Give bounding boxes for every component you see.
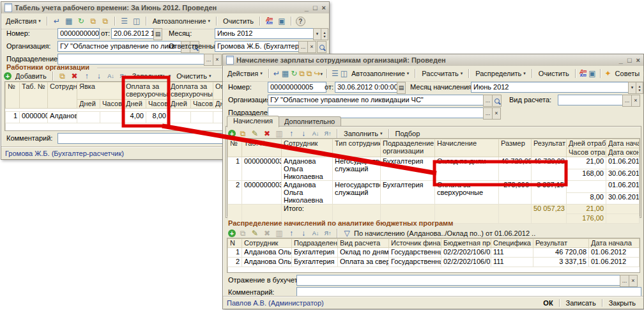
- month-spinner[interactable]: ▴▾: [636, 82, 643, 94]
- save-button[interactable]: Записать: [562, 299, 600, 307]
- month-input[interactable]: Июнь 2012: [215, 28, 317, 39]
- add-row-icon[interactable]: +: [4, 72, 12, 80]
- sort-asc-icon[interactable]: А↓: [310, 129, 321, 139]
- distribute-button[interactable]: Распределить▾: [473, 69, 528, 78]
- split-view-icon[interactable]: ◫: [341, 69, 348, 79]
- organization-lookup-button[interactable]: ...: [483, 95, 493, 107]
- close-button[interactable]: Закрыть: [605, 299, 640, 307]
- move-up-icon[interactable]: ↑: [286, 129, 296, 139]
- copy-icon[interactable]: ⧉: [88, 17, 98, 26]
- move-up-icon[interactable]: ↑: [286, 229, 296, 238]
- reflection-lookup-button[interactable]: ...: [620, 275, 629, 287]
- pick-button[interactable]: Подбор: [394, 129, 422, 138]
- table-row[interactable]: 1 Алданова Ольга ... Бухгалтерия Оклад п…: [228, 248, 640, 258]
- ok-button[interactable]: ОК: [539, 299, 556, 307]
- payroll-titlebar[interactable]: Начисление зарплаты сотрудникам организа…: [223, 54, 643, 66]
- post-document-icon[interactable]: ↵: [52, 17, 62, 26]
- copy-row-icon[interactable]: ⧉: [238, 229, 248, 238]
- department-lookup-button[interactable]: ...: [204, 54, 213, 66]
- minimize-icon[interactable]: _: [619, 56, 623, 64]
- add-row-icon[interactable]: +: [228, 229, 236, 237]
- move-down-icon[interactable]: ↓: [94, 72, 104, 81]
- fill-button[interactable]: Заполнить▾: [342, 129, 385, 138]
- post-document-icon[interactable]: ↵: [273, 69, 280, 79]
- department-lookup-button[interactable]: ...: [483, 107, 493, 120]
- move-down-icon[interactable]: ↓: [298, 129, 309, 139]
- close-icon[interactable]: ×: [636, 56, 640, 64]
- split-view-icon[interactable]: ◫: [132, 17, 142, 26]
- add-row-button[interactable]: Добавить: [13, 72, 49, 81]
- organization-search-icon[interactable]: [492, 95, 502, 107]
- sort-desc-icon[interactable]: Я↑: [323, 129, 333, 139]
- actions-button[interactable]: Действия▾: [226, 69, 264, 78]
- responsible-search-icon[interactable]: [317, 41, 326, 53]
- clear-button[interactable]: Очистить: [221, 17, 256, 26]
- delete-row-icon[interactable]: ✖: [262, 129, 272, 139]
- organization-input[interactable]: ГУ "Областное управление по ликвидации Ч…: [268, 95, 487, 105]
- tips-button[interactable]: Советы: [613, 69, 641, 78]
- calendar-picker-icon[interactable]: ▤: [153, 28, 162, 40]
- debit-credit-icon[interactable]: ДтКт: [580, 69, 586, 79]
- debit-credit-icon[interactable]: ДтКт: [264, 17, 275, 26]
- responsible-input[interactable]: Громова Ж.Б. (Бухгалтер-расчетч: [215, 41, 303, 52]
- reflection-input[interactable]: [296, 275, 624, 286]
- calendar-picker-icon[interactable]: ▤: [397, 82, 406, 94]
- delete-row-icon[interactable]: ✖: [262, 229, 272, 238]
- refresh-icon[interactable]: ↻: [291, 69, 297, 79]
- filter-icon[interactable]: ▽: [342, 229, 352, 238]
- clear-rows-button[interactable]: Очистить▾: [174, 72, 213, 81]
- autofill-button[interactable]: Автозаполнение▾: [151, 17, 212, 26]
- sort-asc-icon[interactable]: А↓: [106, 72, 116, 81]
- tab-additional[interactable]: Дополнительно: [278, 116, 341, 127]
- show-movements-icon[interactable]: ▦: [64, 17, 74, 26]
- move-down-icon[interactable]: ↓: [298, 229, 309, 238]
- save-row-icon[interactable]: ▥: [274, 229, 284, 238]
- autofill-button[interactable]: Автозаполнение▾: [349, 69, 411, 78]
- calc-kind-input[interactable]: [558, 95, 627, 105]
- copy-row-icon[interactable]: ⧉: [57, 72, 68, 81]
- calc-kind-lookup-button[interactable]: ...: [622, 95, 632, 107]
- reflection-clear-icon[interactable]: ×: [629, 275, 638, 287]
- table-row[interactable]: 2 0000000003 Алданова Ольга Николаевна Н…: [228, 181, 640, 193]
- delete-row-icon[interactable]: ✖: [70, 72, 80, 81]
- save-row-icon[interactable]: ▥: [274, 129, 284, 139]
- calc-kind-clear-icon[interactable]: ×: [631, 95, 640, 107]
- department-clear-icon[interactable]: ×: [213, 54, 222, 66]
- list-icon[interactable]: ☰: [119, 17, 130, 26]
- date-input[interactable]: 20.06.2012 12:00:00: [111, 28, 157, 39]
- responsible-lookup-button[interactable]: ...: [298, 41, 308, 53]
- month-input[interactable]: Июнь 2012: [471, 82, 632, 93]
- sort-asc-icon[interactable]: А↓: [310, 229, 321, 238]
- help-icon[interactable]: ?: [296, 17, 305, 26]
- maximize-icon[interactable]: □: [313, 4, 318, 12]
- minimize-icon[interactable]: _: [305, 4, 309, 12]
- register-records-icon[interactable]: ▣: [588, 69, 595, 79]
- actions-button[interactable]: Действия▾: [4, 17, 43, 26]
- tab-accruals[interactable]: Начисления: [227, 116, 279, 127]
- edit-row-icon[interactable]: ✎: [250, 129, 260, 139]
- close-icon[interactable]: ×: [322, 4, 326, 12]
- table-row[interactable]: 1 0000000003 Алданова Ольга Николаевна Н…: [228, 157, 640, 169]
- table-row[interactable]: 2 Алданова Ольга ... Бухгалтерия Оплата …: [228, 258, 640, 267]
- number-input[interactable]: 00000000005: [268, 82, 326, 93]
- refresh-icon[interactable]: ↻: [76, 17, 86, 26]
- sort-desc-icon[interactable]: Я↑: [323, 229, 333, 238]
- timesheet-titlebar[interactable]: Табель учета рабочего времени: За Июнь 2…: [1, 2, 329, 13]
- maximize-icon[interactable]: □: [627, 56, 632, 64]
- tips-icon[interactable]: ✦: [605, 69, 611, 79]
- copy-icon[interactable]: ⧉: [299, 69, 305, 79]
- send-icon[interactable]: ↪▾: [314, 69, 323, 79]
- number-input[interactable]: 00000000004: [57, 28, 100, 39]
- calculate-button[interactable]: Рассчитать▾: [420, 69, 464, 78]
- list-icon[interactable]: ☰: [332, 69, 339, 79]
- show-movements-icon[interactable]: ▦: [282, 69, 289, 79]
- edit-row-icon[interactable]: ✎: [250, 229, 260, 238]
- date-input[interactable]: 30.06.2012 0:00:00: [335, 82, 401, 93]
- copy-new-icon[interactable]: ⧉: [100, 17, 111, 26]
- add-row-icon[interactable]: +: [228, 130, 236, 137]
- register-records-icon[interactable]: ▣: [277, 17, 287, 26]
- copy-row-icon[interactable]: ⧉: [238, 129, 248, 139]
- clear-button[interactable]: Очистить: [537, 69, 571, 78]
- responsible-clear-icon[interactable]: ×: [307, 41, 316, 53]
- copy-new-icon[interactable]: ⧉: [307, 69, 312, 79]
